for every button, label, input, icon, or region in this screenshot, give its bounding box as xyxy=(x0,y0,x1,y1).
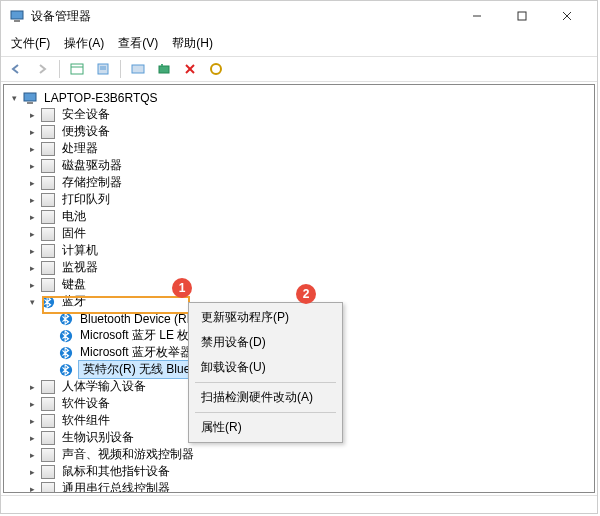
device-icon xyxy=(40,260,56,276)
expander-icon[interactable]: ▸ xyxy=(26,109,38,121)
device-icon xyxy=(40,192,56,208)
statusbar xyxy=(1,495,597,513)
context-menu: 更新驱动程序(P) 禁用设备(D) 卸载设备(U) 扫描检测硬件改动(A) 属性… xyxy=(188,302,343,443)
device-icon xyxy=(40,447,56,463)
expander-icon[interactable]: ▸ xyxy=(26,262,38,274)
device-icon xyxy=(40,209,56,225)
computer-icon xyxy=(22,90,38,106)
ctx-disable-device[interactable]: 禁用设备(D) xyxy=(191,330,340,355)
toolbar-separator xyxy=(59,60,60,78)
device-icon xyxy=(40,413,56,429)
window-controls xyxy=(454,1,589,31)
category-printqueue[interactable]: ▸打印队列 xyxy=(26,191,590,208)
category-computer[interactable]: ▸计算机 xyxy=(26,242,590,259)
scan-hardware-button[interactable] xyxy=(153,59,175,79)
help-button[interactable] xyxy=(127,59,149,79)
uninstall-button[interactable] xyxy=(179,59,201,79)
category-processors[interactable]: ▸处理器 xyxy=(26,140,590,157)
expander-icon[interactable]: ▸ xyxy=(26,245,38,257)
expander-icon[interactable]: ▸ xyxy=(26,449,38,461)
expander-icon[interactable]: ▸ xyxy=(26,194,38,206)
svg-rect-17 xyxy=(24,93,36,101)
expander-icon[interactable]: ▸ xyxy=(26,398,38,410)
category-usb[interactable]: ▸通用串行总线控制器 xyxy=(26,480,590,493)
minimize-button[interactable] xyxy=(454,1,499,31)
ctx-properties[interactable]: 属性(R) xyxy=(191,415,340,440)
category-mice[interactable]: ▸鼠标和其他指针设备 xyxy=(26,463,590,480)
ctx-uninstall-device[interactable]: 卸载设备(U) xyxy=(191,355,340,380)
svg-rect-0 xyxy=(11,11,23,19)
ctx-separator xyxy=(195,382,336,383)
category-disks[interactable]: ▸磁盘驱动器 xyxy=(26,157,590,174)
root-label: LAPTOP-E3B6RTQS xyxy=(42,91,160,105)
menu-view[interactable]: 查看(V) xyxy=(112,33,164,54)
device-icon xyxy=(40,430,56,446)
device-icon xyxy=(40,396,56,412)
svg-rect-18 xyxy=(27,102,33,104)
update-driver-button[interactable] xyxy=(205,59,227,79)
device-icon xyxy=(40,243,56,259)
expander-icon[interactable]: ▸ xyxy=(26,160,38,172)
tree-root[interactable]: ▾ LAPTOP-E3B6RTQS xyxy=(8,89,590,106)
forward-button[interactable] xyxy=(31,59,53,79)
device-icon xyxy=(40,158,56,174)
device-icon xyxy=(40,141,56,157)
device-icon xyxy=(40,464,56,480)
device-icon xyxy=(40,226,56,242)
category-security[interactable]: ▸安全设备 xyxy=(26,106,590,123)
device-icon xyxy=(40,124,56,140)
expander-icon[interactable]: ▸ xyxy=(26,143,38,155)
bluetooth-icon xyxy=(58,328,74,344)
expander-icon[interactable]: ▸ xyxy=(26,228,38,240)
menu-action[interactable]: 操作(A) xyxy=(58,33,110,54)
device-icon xyxy=(40,481,56,494)
svg-rect-3 xyxy=(518,12,526,20)
category-battery[interactable]: ▸电池 xyxy=(26,208,590,225)
maximize-button[interactable] xyxy=(499,1,544,31)
ctx-update-driver[interactable]: 更新驱动程序(P) xyxy=(191,305,340,330)
app-icon xyxy=(9,8,25,24)
expander-icon[interactable]: ▸ xyxy=(26,415,38,427)
menu-help[interactable]: 帮助(H) xyxy=(166,33,219,54)
expander-icon[interactable]: ▸ xyxy=(26,211,38,223)
expander-icon[interactable]: ▸ xyxy=(26,483,38,494)
device-icon xyxy=(40,277,56,293)
bluetooth-icon xyxy=(40,294,56,310)
bluetooth-icon xyxy=(58,311,74,327)
menu-file[interactable]: 文件(F) xyxy=(5,33,56,54)
annotation-badge-1: 1 xyxy=(172,278,192,298)
svg-rect-13 xyxy=(161,64,163,66)
device-icon xyxy=(40,379,56,395)
titlebar: 设备管理器 xyxy=(1,1,597,31)
category-storage[interactable]: ▸存储控制器 xyxy=(26,174,590,191)
menubar: 文件(F) 操作(A) 查看(V) 帮助(H) xyxy=(1,31,597,56)
annotation-badge-2: 2 xyxy=(296,284,316,304)
bluetooth-icon xyxy=(58,345,74,361)
close-button[interactable] xyxy=(544,1,589,31)
expander-icon[interactable]: ▸ xyxy=(26,381,38,393)
expander-icon[interactable]: ▾ xyxy=(26,296,38,308)
device-icon xyxy=(40,107,56,123)
svg-rect-6 xyxy=(71,64,83,74)
svg-rect-1 xyxy=(14,20,20,22)
category-portable[interactable]: ▸便携设备 xyxy=(26,123,590,140)
svg-point-16 xyxy=(211,64,221,74)
show-hide-tree-button[interactable] xyxy=(66,59,88,79)
svg-rect-12 xyxy=(159,66,169,73)
properties-button[interactable] xyxy=(92,59,114,79)
expander-icon[interactable]: ▸ xyxy=(26,466,38,478)
expander-icon[interactable]: ▸ xyxy=(26,177,38,189)
expander-icon[interactable]: ▸ xyxy=(26,279,38,291)
category-monitors[interactable]: ▸监视器 xyxy=(26,259,590,276)
window-title: 设备管理器 xyxy=(31,8,454,25)
category-sound[interactable]: ▸声音、视频和游戏控制器 xyxy=(26,446,590,463)
expander-icon[interactable]: ▾ xyxy=(8,92,20,104)
category-firmware[interactable]: ▸固件 xyxy=(26,225,590,242)
toolbar-separator xyxy=(120,60,121,78)
ctx-scan-hardware[interactable]: 扫描检测硬件改动(A) xyxy=(191,385,340,410)
expander-icon[interactable]: ▸ xyxy=(26,126,38,138)
bluetooth-icon xyxy=(58,362,74,378)
expander-icon[interactable]: ▸ xyxy=(26,432,38,444)
back-button[interactable] xyxy=(5,59,27,79)
svg-rect-11 xyxy=(132,65,144,73)
